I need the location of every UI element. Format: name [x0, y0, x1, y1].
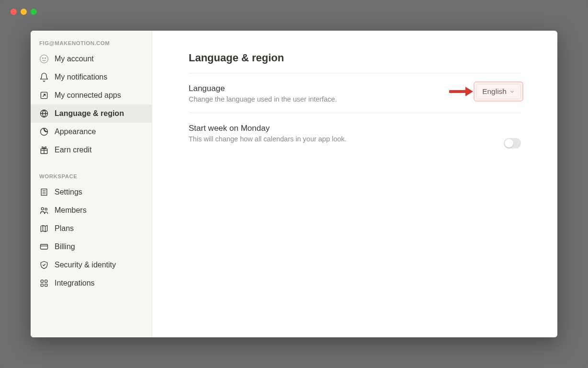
window-minimize-button[interactable]	[21, 9, 27, 15]
sidebar-item-label: Billing	[55, 241, 75, 253]
avatar-icon	[39, 54, 49, 64]
sidebar-item-label: Appearance	[55, 126, 96, 138]
sidebar-item-connected-apps[interactable]: My connected apps	[31, 86, 152, 104]
svg-rect-14	[45, 284, 47, 287]
gift-icon	[39, 145, 49, 155]
language-setting-row: Language Change the language used in the…	[189, 84, 521, 113]
svg-point-1	[43, 58, 44, 59]
sidebar-item-settings[interactable]: Settings	[31, 183, 152, 201]
sidebar-item-label: Settings	[55, 186, 82, 198]
svg-point-2	[45, 58, 46, 59]
svg-rect-7	[41, 189, 47, 195]
sidebar-item-label: My connected apps	[55, 89, 121, 102]
shield-icon	[39, 260, 49, 270]
external-link-icon	[39, 91, 49, 100]
window-traffic-lights	[11, 9, 37, 15]
sidebar-item-billing[interactable]: Billing	[31, 238, 152, 256]
workspace-section-label: WORKSPACE	[31, 173, 152, 183]
week-text: Start week on Monday This will change ho…	[189, 124, 347, 143]
sidebar-item-plans[interactable]: Plans	[31, 219, 152, 238]
chevron-down-icon	[509, 89, 515, 94]
globe-icon	[39, 109, 49, 118]
week-title: Start week on Monday	[189, 124, 347, 133]
week-start-toggle[interactable]	[504, 138, 521, 149]
language-title: Language	[189, 84, 337, 93]
sidebar: FIG@MAKENOTION.COM My account My notific…	[31, 31, 152, 337]
language-desc: Change the language used in the user int…	[189, 95, 337, 103]
week-desc: This will change how all calendars in yo…	[189, 135, 347, 143]
moon-icon	[39, 127, 49, 137]
settings-panel: FIG@MAKENOTION.COM My account My notific…	[31, 31, 557, 337]
sidebar-item-appearance[interactable]: Appearance	[31, 123, 152, 141]
window-chrome: FIG@MAKENOTION.COM My account My notific…	[0, 0, 588, 368]
credit-card-icon	[39, 242, 49, 252]
svg-rect-13	[41, 284, 43, 287]
sidebar-item-notifications[interactable]: My notifications	[31, 68, 152, 86]
grid-icon	[39, 278, 49, 288]
sidebar-item-earn-credit[interactable]: Earn credit	[31, 141, 152, 159]
week-start-setting-row: Start week on Monday This will change ho…	[189, 124, 521, 158]
account-email-label: FIG@MAKENOTION.COM	[31, 40, 152, 50]
sidebar-item-label: Integrations	[55, 277, 95, 289]
window-close-button[interactable]	[11, 9, 17, 15]
people-icon	[39, 206, 49, 215]
annotation-arrow	[449, 85, 473, 98]
page-title: Language & region	[189, 52, 521, 73]
building-icon	[39, 187, 49, 197]
sidebar-item-members[interactable]: Members	[31, 201, 152, 219]
language-select[interactable]: English	[476, 84, 521, 99]
sidebar-item-label: Plans	[55, 222, 74, 235]
sidebar-item-label: Language & region	[55, 107, 124, 120]
bell-icon	[39, 72, 49, 82]
language-text: Language Change the language used in the…	[189, 84, 337, 103]
sidebar-item-integrations[interactable]: Integrations	[31, 274, 152, 292]
sidebar-item-label: My account	[55, 53, 94, 65]
sidebar-item-language-region[interactable]: Language & region	[31, 104, 152, 123]
map-icon	[39, 224, 49, 233]
svg-rect-11	[41, 280, 43, 282]
language-select-value: English	[482, 87, 507, 96]
sidebar-item-label: My notifications	[55, 71, 107, 83]
sidebar-item-label: Earn credit	[55, 144, 91, 156]
svg-point-8	[41, 207, 44, 210]
svg-rect-12	[45, 280, 47, 282]
svg-marker-16	[465, 87, 473, 96]
sidebar-item-label: Members	[55, 204, 87, 217]
sidebar-item-my-account[interactable]: My account	[31, 50, 152, 68]
svg-rect-10	[41, 244, 48, 249]
sidebar-item-label: Security & identity	[55, 259, 116, 271]
svg-point-9	[45, 208, 47, 210]
svg-point-0	[40, 55, 48, 63]
window-maximize-button[interactable]	[31, 9, 37, 15]
sidebar-item-security[interactable]: Security & identity	[31, 256, 152, 274]
main-content: Language & region Language Change the la…	[152, 31, 557, 337]
